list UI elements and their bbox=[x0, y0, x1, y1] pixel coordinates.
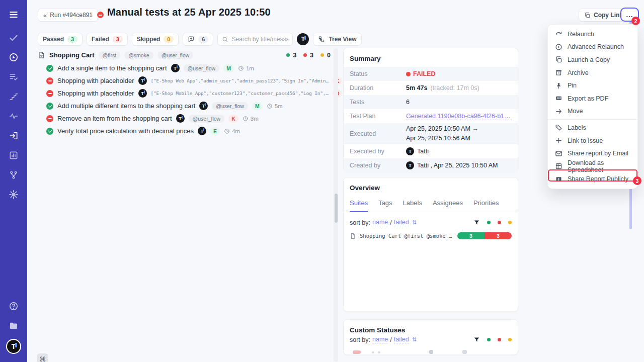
sidebar-nav bbox=[0, 32, 27, 209]
owner-avatar: T bbox=[406, 161, 414, 169]
menu-item-labels[interactable]: Labels bbox=[548, 121, 637, 134]
menu-item-archive[interactable]: Archive bbox=[548, 66, 637, 79]
sidebar-item-help[interactable] bbox=[0, 301, 27, 312]
sort-direction-icon[interactable]: ⇅ bbox=[412, 219, 417, 226]
sidebar-item-projects[interactable] bbox=[0, 320, 27, 331]
chevrons-left-icon: « bbox=[43, 12, 47, 19]
menu-divider bbox=[548, 119, 637, 120]
sort-by-failed-link[interactable]: failed bbox=[394, 219, 409, 226]
sort-direction-icon[interactable]: ⇅ bbox=[412, 336, 417, 343]
scrollbar-thumb[interactable] bbox=[335, 194, 338, 223]
sidebar-item-test-plans[interactable] bbox=[0, 71, 27, 82]
sidebar-item-import[interactable] bbox=[0, 130, 27, 141]
tab-priorities[interactable]: Priorities bbox=[473, 199, 499, 212]
overview-title: Overview bbox=[344, 177, 518, 196]
overview-suite-row[interactable]: Shopping Cart @first @smoke … 3 3 bbox=[344, 229, 518, 242]
sidebar-item-steps[interactable] bbox=[0, 91, 27, 102]
hamburger-menu-icon[interactable] bbox=[0, 9, 27, 20]
menu-item-relaunch[interactable]: Relaunch bbox=[548, 28, 637, 41]
menu-item-label: Pin bbox=[568, 82, 577, 89]
test-status-failed-icon bbox=[46, 115, 53, 122]
back-to-run-button[interactable]: « Run #494ce891 bbox=[38, 9, 98, 22]
summary-row: Duration5m 47s (tracked: 17m 0s) bbox=[344, 81, 518, 95]
filter-failed-button[interactable]: Failed3 bbox=[87, 33, 128, 46]
suite-tag[interactable]: @smoke bbox=[124, 51, 153, 59]
test-status-passed-icon bbox=[46, 103, 53, 110]
sidebar-item-branches[interactable] bbox=[0, 169, 27, 180]
test-row[interactable]: Shopping with placeholder T ["E-Shop Web… bbox=[38, 74, 331, 87]
tree-view-button[interactable]: Tree View bbox=[313, 33, 361, 46]
test-row[interactable]: Add multiple different items to the shop… bbox=[38, 100, 331, 112]
sort-by-name-link[interactable]: name bbox=[372, 336, 388, 343]
menu-item-label: Share report by Email bbox=[568, 150, 628, 157]
tab-tags[interactable]: Tags bbox=[378, 199, 392, 212]
tab-labels[interactable]: Labels bbox=[403, 199, 422, 212]
suite-counts: 3 3 0 bbox=[286, 52, 331, 59]
failed-legend-dot[interactable] bbox=[498, 338, 501, 341]
menu-item-label: Relaunch bbox=[568, 31, 594, 38]
menu-item-link-to-issue[interactable]: Link to Issue bbox=[548, 134, 637, 147]
menu-item-label: Launch a Copy bbox=[568, 56, 610, 63]
assignee-badge: M bbox=[252, 102, 263, 110]
skipped-legend-dot[interactable] bbox=[508, 338, 512, 341]
search-input[interactable] bbox=[231, 36, 288, 43]
filter-funnel-icon[interactable] bbox=[473, 336, 480, 343]
clock-icon bbox=[224, 128, 230, 134]
failed-legend-dot[interactable] bbox=[498, 221, 501, 224]
test-row[interactable]: Remove an item from the shopping cart T … bbox=[38, 112, 331, 125]
suite-tag[interactable]: @user_flow bbox=[157, 51, 194, 59]
comments-filter-button[interactable]: 6 bbox=[183, 33, 213, 46]
checks-icon bbox=[9, 33, 19, 43]
menu-item-share-report-publicly[interactable]: Share Report Publicly bbox=[548, 173, 637, 186]
sidebar-item-runs[interactable] bbox=[0, 52, 27, 63]
owner-avatar[interactable]: T bbox=[297, 33, 309, 45]
menu-item-label: Advanced Relaunch bbox=[568, 43, 624, 50]
test-tag[interactable]: @user_flow bbox=[189, 115, 225, 123]
test-row[interactable]: Verify total price calculation with deci… bbox=[38, 125, 331, 137]
menu-item-launch-a-copy[interactable]: Launch a Copy bbox=[548, 53, 637, 66]
suite-tag[interactable]: @first bbox=[99, 51, 121, 59]
menu-item-move[interactable]: Move bbox=[548, 105, 637, 118]
assignee-badge: E bbox=[210, 127, 220, 135]
passed-legend-dot[interactable] bbox=[487, 221, 491, 224]
test-status-passed-icon bbox=[46, 65, 53, 72]
tree-view-icon bbox=[318, 36, 325, 43]
test-status-failed-icon bbox=[46, 90, 53, 97]
filter-funnel-icon[interactable] bbox=[473, 219, 480, 226]
suite-result-bar[interactable]: 3 3 bbox=[457, 232, 512, 239]
test-tag[interactable]: @user_flow bbox=[212, 102, 248, 110]
assignee-badge: K bbox=[228, 115, 238, 123]
filter-skipped-button[interactable]: Skipped0 bbox=[132, 33, 179, 46]
annotation-badge-2: 2 bbox=[631, 17, 640, 25]
comment-plus-icon bbox=[188, 36, 195, 43]
menu-item-export-as-pdf[interactable]: Export as PDF bbox=[548, 92, 637, 105]
test-tag[interactable]: @user_flow bbox=[184, 64, 220, 72]
test-row[interactable]: Add a single item to the shopping cart T… bbox=[38, 62, 331, 74]
sidebar: T bbox=[0, 0, 27, 362]
user-avatar[interactable]: T bbox=[7, 340, 20, 353]
filter-passed-button[interactable]: Passed3 bbox=[38, 33, 83, 46]
tag-icon bbox=[555, 124, 562, 131]
scrollbar-track[interactable] bbox=[334, 48, 338, 362]
sort-by-name-link[interactable]: name bbox=[372, 219, 388, 226]
passed-legend-dot[interactable] bbox=[487, 338, 491, 341]
sidebar-item-settings[interactable] bbox=[0, 189, 27, 200]
sidebar-item-analytics[interactable] bbox=[0, 150, 27, 161]
menu-item-advanced-relaunch[interactable]: Advanced Relaunch bbox=[548, 41, 637, 54]
suite-name: Shopping Cart bbox=[49, 51, 95, 59]
skipped-legend-dot[interactable] bbox=[508, 221, 512, 224]
tab-suites[interactable]: Suites bbox=[350, 199, 368, 212]
sort-by-failed-link[interactable]: failed bbox=[394, 336, 409, 343]
test-row[interactable]: Shopping with placeholder T ["E-Shop Mob… bbox=[38, 87, 331, 100]
menu-item-share-report-by-email[interactable]: Share report by Email bbox=[548, 147, 637, 160]
sidebar-item-pulse[interactable] bbox=[0, 111, 27, 122]
command-key-badge[interactable]: ⌘ bbox=[37, 353, 48, 362]
menu-item-pin[interactable]: Pin bbox=[548, 79, 637, 92]
avatar-notch bbox=[304, 36, 306, 40]
menu-item-download-as-spreadsheet[interactable]: Download as Spreadsheet bbox=[548, 160, 637, 173]
settings-icon bbox=[9, 190, 19, 200]
test-plan-link[interactable]: Generated 1190e08b-ca96-4f26-b10f-d6dc… bbox=[406, 113, 512, 120]
suite-header-row[interactable]: Shopping Cart @first@smoke@user_flow 3 3… bbox=[38, 48, 331, 62]
tab-assignees[interactable]: Assignees bbox=[433, 199, 463, 212]
sidebar-item-checks[interactable] bbox=[0, 32, 27, 43]
